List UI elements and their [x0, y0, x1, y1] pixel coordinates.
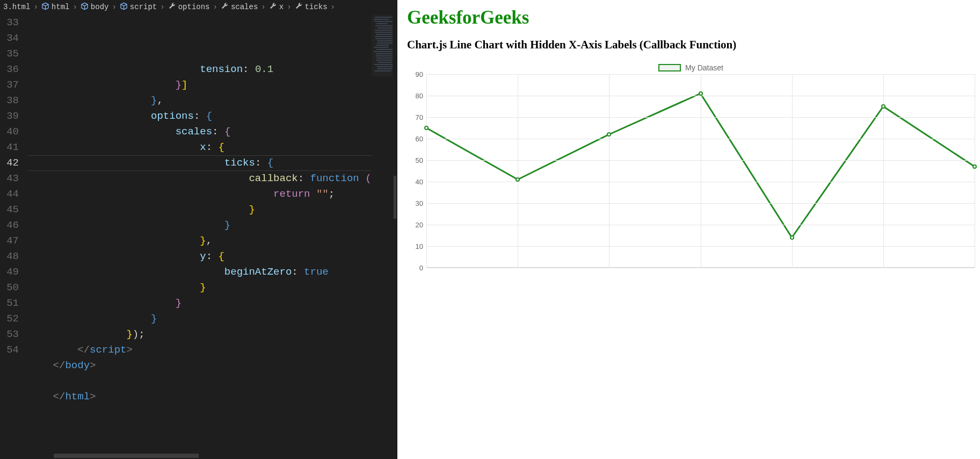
- chevron-right-icon: ›: [33, 3, 38, 11]
- page-subtitle: Chart.js Line Chart with Hidden X-Axis L…: [407, 38, 975, 52]
- minimap-viewport[interactable]: [372, 15, 393, 76]
- y-tick-label: 0: [409, 264, 423, 272]
- breadcrumb-segment[interactable]: x: [269, 2, 284, 12]
- breadcrumb-file[interactable]: 3.html: [3, 3, 30, 11]
- code-line[interactable]: }: [28, 311, 372, 327]
- code-line[interactable]: }: [28, 280, 372, 296]
- chevron-right-icon: ›: [287, 3, 291, 11]
- breadcrumb-segment[interactable]: html: [41, 2, 70, 12]
- breadcrumb-segment[interactable]: body: [81, 2, 109, 12]
- code-line[interactable]: },: [28, 93, 372, 109]
- line-number: 44: [0, 187, 19, 202]
- line-number: 49: [0, 264, 19, 280]
- code-line[interactable]: return "";: [28, 187, 372, 202]
- code-line[interactable]: y: {: [28, 249, 372, 264]
- data-point[interactable]: [790, 235, 794, 240]
- wrench-icon: [295, 2, 303, 12]
- code-line[interactable]: tension: 0.1: [28, 62, 372, 77]
- chart-legend[interactable]: My Dataset: [407, 63, 975, 72]
- data-point[interactable]: [972, 164, 977, 169]
- line-number: 40: [0, 124, 19, 140]
- code-line[interactable]: x: {: [28, 140, 372, 155]
- code-editor-pane: 3.html›html›body›script›options›scales›x…: [0, 0, 397, 459]
- data-point[interactable]: [607, 132, 611, 137]
- breadcrumb[interactable]: 3.html›html›body›script›options›scales›x…: [0, 0, 397, 15]
- code-line[interactable]: [28, 374, 372, 389]
- code-line[interactable]: }: [28, 218, 372, 233]
- line-number: 53: [0, 327, 19, 342]
- legend-label: My Dataset: [685, 63, 723, 72]
- line-number: 42: [0, 155, 19, 171]
- breadcrumb-segment[interactable]: ticks: [295, 2, 328, 12]
- code-line[interactable]: beginAtZero: true: [28, 264, 372, 280]
- line-number: 47: [0, 233, 19, 249]
- line-number: 41: [0, 140, 19, 155]
- code-line[interactable]: }: [28, 202, 372, 218]
- code-line[interactable]: scales: {: [28, 124, 372, 140]
- cube-icon: [81, 2, 89, 12]
- grid-line-h: [426, 268, 975, 268]
- line-chart[interactable]: 0102030405060708090: [409, 74, 975, 268]
- chevron-right-icon: ›: [331, 3, 335, 11]
- code-line[interactable]: });: [28, 327, 372, 342]
- y-tick-label: 10: [409, 242, 423, 250]
- data-point[interactable]: [424, 126, 429, 130]
- breadcrumb-segment[interactable]: options: [168, 2, 210, 12]
- code-line[interactable]: }]: [28, 77, 372, 93]
- line-number: 51: [0, 296, 19, 311]
- grid-line-v: [975, 74, 975, 268]
- code-line[interactable]: options: {: [28, 109, 372, 124]
- code-line[interactable]: ticks: {: [28, 155, 372, 171]
- line-number: 54: [0, 342, 19, 358]
- y-tick-label: 60: [409, 135, 423, 143]
- line-number: 48: [0, 249, 19, 264]
- line-number: 43: [0, 171, 19, 187]
- code-line[interactable]: }: [28, 296, 372, 311]
- data-point[interactable]: [699, 91, 703, 96]
- grid-line-v: [883, 74, 884, 268]
- legend-swatch: [658, 64, 681, 71]
- scrollbar-horizontal-thumb[interactable]: [54, 454, 199, 458]
- line-number-gutter: 3334353637383940414243444546474849505152…: [0, 15, 28, 459]
- minimap[interactable]: [372, 15, 393, 459]
- line-number: 46: [0, 218, 19, 233]
- wrench-icon: [269, 2, 277, 12]
- breadcrumb-segment[interactable]: scales: [221, 2, 258, 12]
- y-tick-label: 80: [409, 92, 423, 100]
- y-tick-label: 20: [409, 221, 423, 229]
- data-point[interactable]: [881, 104, 885, 109]
- y-tick-label: 50: [409, 156, 423, 164]
- line-number: 38: [0, 93, 19, 109]
- data-point[interactable]: [516, 177, 520, 182]
- code-line[interactable]: </html>: [28, 389, 372, 405]
- y-tick-label: 30: [409, 199, 423, 207]
- code-line[interactable]: },: [28, 233, 372, 249]
- scrollbar-vertical-thumb[interactable]: [394, 176, 396, 219]
- breadcrumb-segment[interactable]: script: [120, 2, 157, 12]
- code-line[interactable]: </script>: [28, 342, 372, 358]
- scrollbar-horizontal[interactable]: [38, 453, 199, 459]
- code-line[interactable]: </body>: [28, 358, 372, 374]
- code-area[interactable]: 3334353637383940414243444546474849505152…: [0, 15, 397, 459]
- grid-line-v: [426, 74, 427, 268]
- code-body[interactable]: tension: 0.1 }] }, options: { scales: { …: [28, 15, 372, 459]
- line-number: 39: [0, 109, 19, 124]
- code-line[interactable]: callback: function (: [28, 171, 372, 187]
- y-tick-label: 70: [409, 113, 423, 121]
- chevron-right-icon: ›: [213, 3, 217, 11]
- cube-icon: [41, 2, 49, 12]
- scrollbar-vertical[interactable]: [393, 15, 397, 459]
- grid-line-v: [701, 74, 701, 268]
- wrench-icon: [168, 2, 176, 12]
- page-title: GeeksforGeeks: [407, 7, 975, 28]
- cube-icon: [120, 2, 128, 12]
- y-tick-label: 90: [409, 70, 423, 78]
- wrench-icon: [221, 2, 229, 12]
- line-number: 35: [0, 46, 19, 62]
- line-number: 50: [0, 280, 19, 296]
- line-number: 33: [0, 15, 19, 31]
- chevron-right-icon: ›: [261, 3, 265, 11]
- chevron-right-icon: ›: [112, 3, 116, 11]
- grid-line-v: [609, 74, 609, 268]
- y-tick-label: 40: [409, 178, 423, 186]
